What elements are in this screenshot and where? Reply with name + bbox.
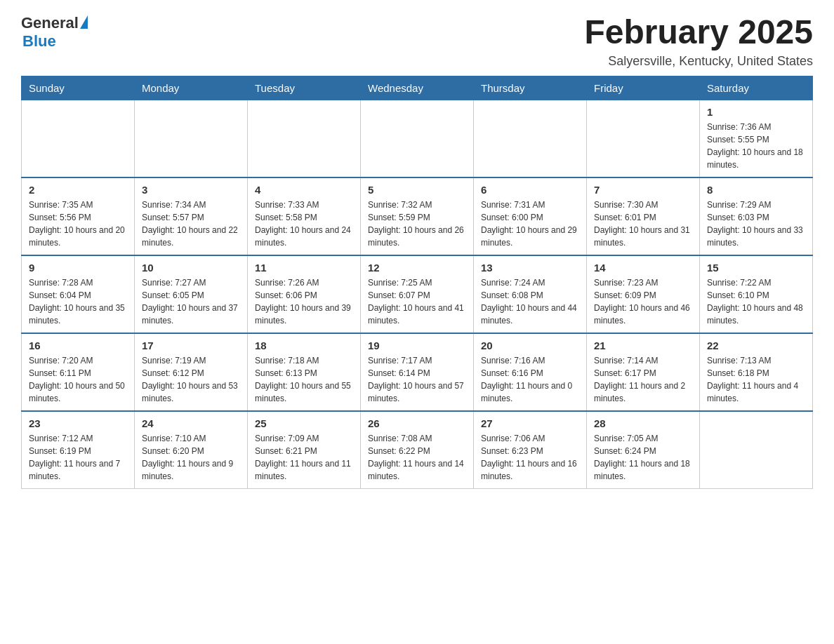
calendar-cell: 7Sunrise: 7:30 AM Sunset: 6:01 PM Daylig…	[587, 177, 700, 255]
day-number: 14	[594, 262, 692, 274]
day-number: 23	[29, 417, 127, 429]
calendar-cell: 17Sunrise: 7:19 AM Sunset: 6:12 PM Dayli…	[135, 333, 248, 411]
location: Salyersville, Kentucky, United States	[584, 54, 813, 69]
weekday-header-row: Sunday Monday Tuesday Wednesday Thursday…	[22, 76, 813, 100]
calendar-cell: 15Sunrise: 7:22 AM Sunset: 6:10 PM Dayli…	[700, 255, 813, 333]
calendar-cell: 12Sunrise: 7:25 AM Sunset: 6:07 PM Dayli…	[361, 255, 474, 333]
calendar-cell: 2Sunrise: 7:35 AM Sunset: 5:56 PM Daylig…	[22, 177, 135, 255]
week-row-2: 2Sunrise: 7:35 AM Sunset: 5:56 PM Daylig…	[22, 177, 813, 255]
header-saturday: Saturday	[700, 76, 813, 100]
day-info: Sunrise: 7:14 AM Sunset: 6:17 PM Dayligh…	[594, 354, 692, 405]
day-info: Sunrise: 7:33 AM Sunset: 5:58 PM Dayligh…	[255, 199, 353, 249]
calendar-cell: 6Sunrise: 7:31 AM Sunset: 6:00 PM Daylig…	[474, 177, 587, 255]
day-info: Sunrise: 7:19 AM Sunset: 6:12 PM Dayligh…	[142, 354, 240, 405]
day-number: 16	[29, 340, 127, 351]
day-info: Sunrise: 7:20 AM Sunset: 6:11 PM Dayligh…	[29, 354, 127, 405]
calendar-cell: 27Sunrise: 7:06 AM Sunset: 6:23 PM Dayli…	[474, 411, 587, 489]
week-row-5: 23Sunrise: 7:12 AM Sunset: 6:19 PM Dayli…	[22, 411, 813, 489]
day-info: Sunrise: 7:32 AM Sunset: 5:59 PM Dayligh…	[368, 199, 466, 249]
calendar-cell: 26Sunrise: 7:08 AM Sunset: 6:22 PM Dayli…	[361, 411, 474, 489]
calendar-cell: 24Sunrise: 7:10 AM Sunset: 6:20 PM Dayli…	[135, 411, 248, 489]
day-number: 7	[594, 184, 692, 196]
day-info: Sunrise: 7:06 AM Sunset: 6:23 PM Dayligh…	[481, 432, 579, 483]
calendar-cell: 14Sunrise: 7:23 AM Sunset: 6:09 PM Dayli…	[587, 255, 700, 333]
day-info: Sunrise: 7:31 AM Sunset: 6:00 PM Dayligh…	[481, 199, 579, 249]
day-number: 25	[255, 417, 353, 429]
day-number: 3	[142, 184, 240, 196]
logo-general: General	[21, 14, 79, 32]
calendar-cell: 13Sunrise: 7:24 AM Sunset: 6:08 PM Dayli…	[474, 255, 587, 333]
day-number: 11	[255, 262, 353, 274]
day-info: Sunrise: 7:28 AM Sunset: 6:04 PM Dayligh…	[29, 276, 127, 327]
calendar-cell: 1Sunrise: 7:36 AM Sunset: 5:55 PM Daylig…	[700, 100, 813, 177]
day-number: 9	[29, 262, 127, 274]
day-number: 2	[29, 184, 127, 196]
calendar-cell: 23Sunrise: 7:12 AM Sunset: 6:19 PM Dayli…	[22, 411, 135, 489]
day-info: Sunrise: 7:29 AM Sunset: 6:03 PM Dayligh…	[707, 199, 805, 249]
day-info: Sunrise: 7:09 AM Sunset: 6:21 PM Dayligh…	[255, 432, 353, 483]
calendar-cell: 18Sunrise: 7:18 AM Sunset: 6:13 PM Dayli…	[248, 333, 361, 411]
header-thursday: Thursday	[474, 76, 587, 100]
day-number: 5	[368, 184, 466, 196]
calendar-cell: 11Sunrise: 7:26 AM Sunset: 6:06 PM Dayli…	[248, 255, 361, 333]
day-number: 15	[707, 262, 805, 274]
page-header: General Blue February 2025 Salyersville,…	[21, 14, 813, 69]
day-number: 13	[481, 262, 579, 274]
day-info: Sunrise: 7:17 AM Sunset: 6:14 PM Dayligh…	[368, 354, 466, 405]
header-tuesday: Tuesday	[248, 76, 361, 100]
day-info: Sunrise: 7:05 AM Sunset: 6:24 PM Dayligh…	[594, 432, 692, 483]
calendar-cell: 4Sunrise: 7:33 AM Sunset: 5:58 PM Daylig…	[248, 177, 361, 255]
calendar-cell: 28Sunrise: 7:05 AM Sunset: 6:24 PM Dayli…	[587, 411, 700, 489]
calendar-cell: 25Sunrise: 7:09 AM Sunset: 6:21 PM Dayli…	[248, 411, 361, 489]
calendar-cell	[587, 100, 700, 177]
header-sunday: Sunday	[22, 76, 135, 100]
calendar-cell: 9Sunrise: 7:28 AM Sunset: 6:04 PM Daylig…	[22, 255, 135, 333]
day-info: Sunrise: 7:25 AM Sunset: 6:07 PM Dayligh…	[368, 276, 466, 327]
calendar-cell	[135, 100, 248, 177]
day-number: 26	[368, 417, 466, 429]
calendar-cell	[361, 100, 474, 177]
month-title: February 2025	[584, 14, 813, 51]
title-area: February 2025 Salyersville, Kentucky, Un…	[584, 14, 813, 69]
day-number: 8	[707, 184, 805, 196]
calendar-cell: 22Sunrise: 7:13 AM Sunset: 6:18 PM Dayli…	[700, 333, 813, 411]
calendar-cell: 21Sunrise: 7:14 AM Sunset: 6:17 PM Dayli…	[587, 333, 700, 411]
calendar-cell: 19Sunrise: 7:17 AM Sunset: 6:14 PM Dayli…	[361, 333, 474, 411]
calendar-table: Sunday Monday Tuesday Wednesday Thursday…	[21, 76, 813, 489]
week-row-3: 9Sunrise: 7:28 AM Sunset: 6:04 PM Daylig…	[22, 255, 813, 333]
day-number: 4	[255, 184, 353, 196]
calendar-cell: 5Sunrise: 7:32 AM Sunset: 5:59 PM Daylig…	[361, 177, 474, 255]
week-row-4: 16Sunrise: 7:20 AM Sunset: 6:11 PM Dayli…	[22, 333, 813, 411]
calendar-cell	[22, 100, 135, 177]
day-number: 12	[368, 262, 466, 274]
day-number: 19	[368, 340, 466, 351]
day-number: 21	[594, 340, 692, 351]
day-info: Sunrise: 7:13 AM Sunset: 6:18 PM Dayligh…	[707, 354, 805, 405]
header-friday: Friday	[587, 76, 700, 100]
calendar-cell	[248, 100, 361, 177]
calendar-cell: 3Sunrise: 7:34 AM Sunset: 5:57 PM Daylig…	[135, 177, 248, 255]
day-info: Sunrise: 7:27 AM Sunset: 6:05 PM Dayligh…	[142, 276, 240, 327]
calendar-cell	[700, 411, 813, 489]
day-number: 17	[142, 340, 240, 351]
day-number: 22	[707, 340, 805, 351]
header-wednesday: Wednesday	[361, 76, 474, 100]
calendar-cell: 8Sunrise: 7:29 AM Sunset: 6:03 PM Daylig…	[700, 177, 813, 255]
day-info: Sunrise: 7:23 AM Sunset: 6:09 PM Dayligh…	[594, 276, 692, 327]
day-info: Sunrise: 7:08 AM Sunset: 6:22 PM Dayligh…	[368, 432, 466, 483]
day-number: 20	[481, 340, 579, 351]
day-info: Sunrise: 7:30 AM Sunset: 6:01 PM Dayligh…	[594, 199, 692, 249]
day-info: Sunrise: 7:34 AM Sunset: 5:57 PM Dayligh…	[142, 199, 240, 249]
calendar-cell: 16Sunrise: 7:20 AM Sunset: 6:11 PM Dayli…	[22, 333, 135, 411]
day-number: 1	[707, 106, 805, 118]
calendar-cell	[474, 100, 587, 177]
day-info: Sunrise: 7:12 AM Sunset: 6:19 PM Dayligh…	[29, 432, 127, 483]
day-number: 6	[481, 184, 579, 196]
logo: General Blue	[21, 14, 88, 51]
day-info: Sunrise: 7:24 AM Sunset: 6:08 PM Dayligh…	[481, 276, 579, 327]
day-info: Sunrise: 7:26 AM Sunset: 6:06 PM Dayligh…	[255, 276, 353, 327]
day-number: 27	[481, 417, 579, 429]
day-info: Sunrise: 7:36 AM Sunset: 5:55 PM Dayligh…	[707, 121, 805, 171]
day-info: Sunrise: 7:22 AM Sunset: 6:10 PM Dayligh…	[707, 276, 805, 327]
day-info: Sunrise: 7:10 AM Sunset: 6:20 PM Dayligh…	[142, 432, 240, 483]
